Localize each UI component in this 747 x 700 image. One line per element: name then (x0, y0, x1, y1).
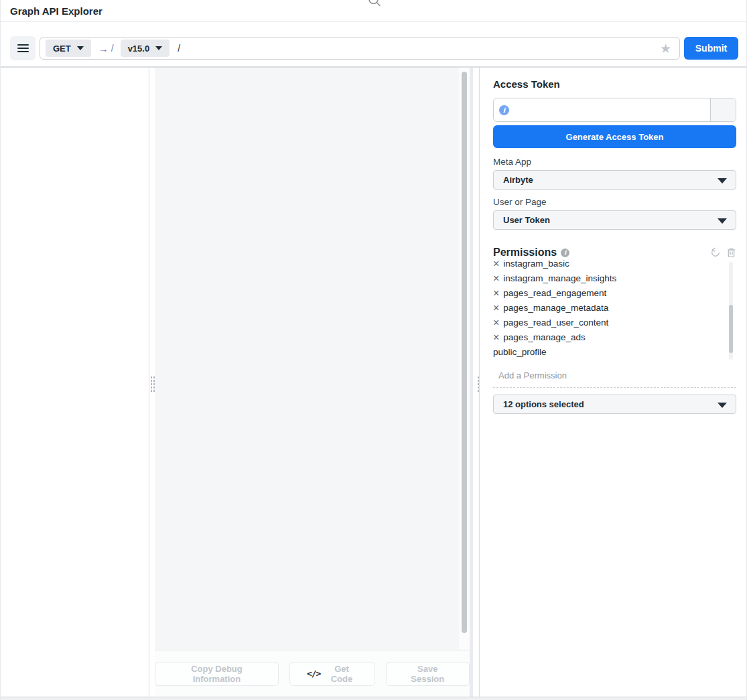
left-sidebar (1, 68, 149, 697)
info-icon[interactable]: i (561, 249, 569, 257)
session-footer: Copy Debug Information </> Get Code Save… (155, 650, 470, 697)
permissions-options-select[interactable]: 12 options selected (493, 395, 736, 414)
permission-label: pages_read_user_content (503, 316, 608, 330)
left-splitter-handle[interactable] (150, 376, 155, 393)
chevron-down-icon (718, 403, 727, 408)
permission-label: instagram_manage_insights (503, 271, 616, 286)
copy-token-button[interactable] (710, 98, 736, 121)
search-icon[interactable] (366, 0, 383, 9)
panel-edge (470, 68, 473, 697)
add-permission-input[interactable] (493, 370, 736, 380)
permission-item: × pages_read_engagement (493, 286, 736, 301)
chevron-down-icon (718, 218, 727, 224)
remove-permission-icon[interactable]: × (493, 332, 499, 343)
method-label: GET (53, 44, 71, 54)
version-label: v15.0 (128, 44, 150, 54)
permissions-heading: Permissions (493, 247, 557, 259)
menu-icon[interactable] (10, 36, 36, 60)
trash-icon[interactable] (726, 247, 736, 258)
meta-app-label: Meta App (493, 157, 736, 168)
undo-icon[interactable] (710, 247, 721, 258)
arrow-right-icon: → (98, 43, 109, 54)
method-dropdown[interactable]: GET (46, 40, 91, 57)
request-toolbar: GET → / v15.0 / ★ Submit (1, 23, 746, 67)
chevron-down-icon (718, 178, 727, 184)
star-icon[interactable]: ★ (660, 42, 673, 55)
remove-permission-icon[interactable]: × (493, 318, 499, 328)
access-token-panel: Access Token i Generate Access Token Met… (480, 68, 746, 697)
root-slash: / (111, 43, 114, 54)
code-icon: </> (307, 669, 320, 679)
get-code-button[interactable]: </> Get Code (289, 662, 375, 686)
workspace: Copy Debug Information </> Get Code Save… (1, 67, 746, 697)
app-header: Graph API Explorer (1, 0, 746, 22)
response-panel: Copy Debug Information </> Get Code Save… (155, 68, 473, 697)
access-token-input-wrap: i (494, 98, 710, 121)
response-scrollbar-thumb[interactable] (462, 72, 467, 633)
path-input[interactable]: / (178, 43, 660, 54)
remove-permission-icon[interactable]: × (493, 261, 499, 269)
access-token-field-group: i (493, 98, 736, 122)
permissions-header: Permissions i (493, 246, 736, 259)
response-body (155, 68, 470, 650)
bottom-edge (1, 697, 746, 700)
user-or-page-value: User Token (503, 215, 550, 225)
user-or-page-label: User or Page (493, 197, 736, 208)
remove-permission-icon[interactable]: × (493, 273, 499, 284)
options-selected-summary: 12 options selected (503, 399, 584, 409)
permissions-list-items: × instagram_basic × instagram_manage_ins… (493, 261, 736, 360)
remove-permission-icon[interactable]: × (493, 303, 499, 313)
access-token-input[interactable] (515, 105, 705, 115)
page-title: Graph API Explorer (10, 5, 103, 17)
access-token-heading: Access Token (493, 78, 736, 90)
submit-button[interactable]: Submit (684, 37, 738, 60)
graph-api-explorer-window: Graph API Explorer GET → / v15.0 / ★ Sub… (0, 0, 747, 700)
generate-access-token-button[interactable]: Generate Access Token (493, 125, 736, 148)
permission-item: × instagram_basic (493, 261, 736, 271)
request-path-bar[interactable]: GET → / v15.0 / ★ (40, 37, 680, 60)
copy-debug-button[interactable]: Copy Debug Information (155, 662, 279, 686)
permission-label: pages_manage_ads (503, 330, 585, 345)
permission-item: × pages_manage_metadata (493, 301, 736, 316)
add-permission-row (493, 370, 736, 388)
chevron-down-icon (77, 46, 84, 50)
user-or-page-select[interactable]: User Token (493, 210, 736, 230)
meta-app-value: Airbyte (503, 175, 533, 185)
permission-label: pages_read_engagement (503, 286, 606, 301)
remove-permission-icon[interactable]: × (493, 288, 499, 299)
permission-item: × pages_read_user_content (493, 316, 736, 330)
permissions-scrollbar-thumb[interactable] (729, 305, 733, 353)
save-session-button[interactable]: Save Session (386, 662, 470, 686)
permission-item: × instagram_manage_insights (493, 271, 736, 286)
chevron-down-icon (155, 46, 162, 50)
permission-item: public_profile (493, 345, 736, 360)
permission-label: instagram_basic (503, 261, 569, 271)
permission-label: pages_manage_metadata (503, 301, 608, 316)
get-code-label: Get Code (326, 664, 357, 684)
version-dropdown[interactable]: v15.0 (121, 40, 170, 57)
meta-app-select[interactable]: Airbyte (493, 170, 736, 190)
permissions-list: × instagram_basic × instagram_manage_ins… (493, 261, 736, 361)
permission-item: × pages_manage_ads (493, 330, 736, 345)
permission-label: public_profile (493, 345, 547, 360)
info-icon[interactable]: i (499, 105, 509, 115)
